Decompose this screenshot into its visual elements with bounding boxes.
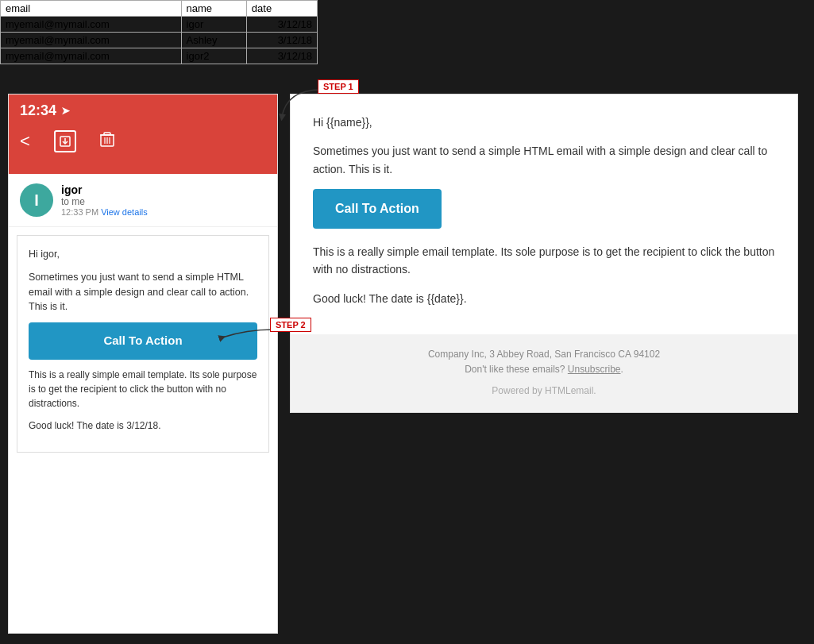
table-header-name: name xyxy=(181,1,246,17)
sender-info: igor to me 12:33 PM View details xyxy=(61,183,266,217)
unsubscribe-link[interactable]: Unsubscribe xyxy=(568,364,621,375)
step2-badge: STEP 2 xyxy=(270,318,311,332)
svg-rect-5 xyxy=(104,133,110,135)
table-cell-name: Ashley xyxy=(181,33,246,48)
email-preview-panel: Hi {{name}}, Sometimes you just want to … xyxy=(290,94,798,413)
sender-name: igor xyxy=(61,183,266,196)
email-body-content: Hi {{name}}, Sometimes you just want to … xyxy=(291,94,797,334)
email-cta-button[interactable]: Call To Action xyxy=(313,189,442,229)
sender-to: to me xyxy=(61,196,266,207)
navigation-icon: ➤ xyxy=(61,105,70,117)
step1-badge: STEP 1 xyxy=(318,79,359,94)
phone-controls: < xyxy=(20,130,266,152)
email-footer-unsubscribe: Don't like these emails? Unsubscribe. xyxy=(303,362,785,377)
table-cell-date: 3/12/18 xyxy=(246,17,317,33)
sender-time: 12:33 PM View details xyxy=(61,207,266,217)
timestamp: 12:33 PM xyxy=(61,207,98,217)
phone-greeting: Hi igor, xyxy=(29,247,257,262)
table-header-email: email xyxy=(1,1,182,17)
back-icon[interactable]: < xyxy=(20,131,30,152)
email-powered: Powered by HTMLemail. xyxy=(303,384,785,399)
sender-row: I igor to me 12:33 PM View details xyxy=(9,174,277,227)
table-row: myemail@mymail.comigor3/12/18 xyxy=(1,17,318,33)
table-cell-name: igor2 xyxy=(181,48,246,64)
arrow2-icon xyxy=(214,322,278,353)
table-row: myemail@mymail.comAshley3/12/18 xyxy=(1,33,318,48)
table-header-date: date xyxy=(246,1,317,17)
phone-paragraph1: Sometimes you just want to send a simple… xyxy=(29,270,257,314)
trash-icon[interactable] xyxy=(100,132,114,152)
table-row: myemail@mymail.comigor23/12/18 xyxy=(1,48,318,64)
table-cell-email: myemail@mymail.com xyxy=(1,48,182,64)
email-paragraph2: This is a really simple email template. … xyxy=(313,243,775,279)
table-cell-email: myemail@mymail.com xyxy=(1,33,182,48)
email-footer-address: Company Inc, 3 Abbey Road, San Francisco… xyxy=(303,347,785,362)
phone-closing: Good luck! The date is 3/12/18. xyxy=(29,418,257,433)
phone-time: 12:34 ➤ xyxy=(20,102,266,119)
table-cell-date: 3/12/18 xyxy=(246,48,317,64)
email-paragraph1: Sometimes you just want to send a simple… xyxy=(313,142,775,178)
data-table: email name date myemail@mymail.comigor3/… xyxy=(0,0,318,64)
unsubscribe-post: . xyxy=(621,364,623,375)
table-cell-date: 3/12/18 xyxy=(246,33,317,48)
phone-header: 12:34 ➤ < xyxy=(9,94,277,174)
email-greeting: Hi {{name}}, xyxy=(313,114,775,131)
download-icon[interactable] xyxy=(54,130,76,152)
email-footer: Company Inc, 3 Abbey Road, San Francisco… xyxy=(291,334,797,412)
mobile-panel: 12:34 ➤ < I igor to me 12:33 PM View det… xyxy=(8,94,278,634)
table-cell-name: igor xyxy=(181,17,246,33)
avatar: I xyxy=(20,183,53,217)
view-details-link[interactable]: View details xyxy=(101,207,148,217)
email-closing: Good luck! The date is {{date}}. xyxy=(313,290,775,307)
table-cell-email: myemail@mymail.com xyxy=(1,17,182,33)
phone-paragraph2: This is a really simple email template. … xyxy=(29,368,257,411)
unsubscribe-pre: Don't like these emails? xyxy=(465,364,568,375)
time-display: 12:34 xyxy=(20,102,56,119)
